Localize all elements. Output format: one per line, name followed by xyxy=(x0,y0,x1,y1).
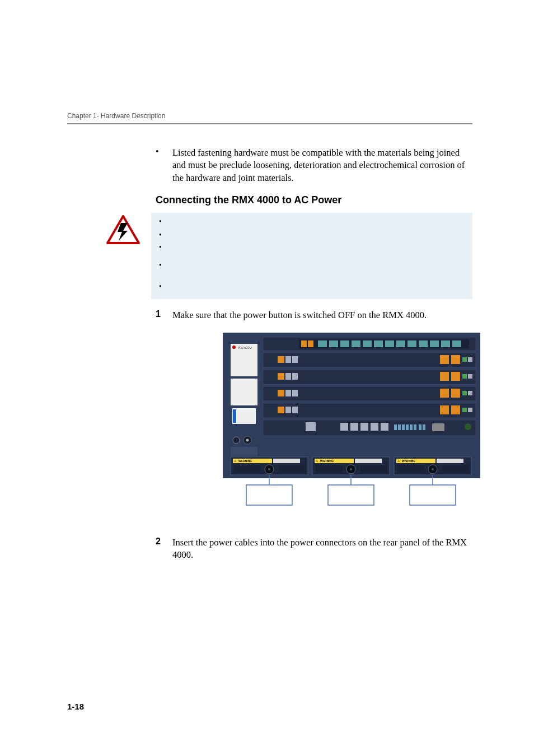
svg-rect-45 xyxy=(451,372,460,381)
svg-rect-59 xyxy=(451,405,460,414)
rmx-4000-rear-panel-figure: POLYCOM xyxy=(223,333,480,508)
svg-point-11 xyxy=(246,439,249,442)
svg-rect-53 xyxy=(462,391,467,395)
svg-rect-29 xyxy=(452,340,461,347)
svg-rect-94 xyxy=(316,465,343,473)
svg-rect-85 xyxy=(234,465,261,473)
step-text: Make sure that the power button is switc… xyxy=(172,309,472,321)
page-number: 1-18 xyxy=(67,702,84,711)
psu-callout-1 xyxy=(246,485,292,505)
svg-rect-65 xyxy=(350,423,358,431)
running-header: Chapter 1- Hardware Description xyxy=(67,112,472,120)
svg-rect-106 xyxy=(442,465,469,473)
svg-point-9 xyxy=(233,437,240,444)
svg-rect-6 xyxy=(231,379,257,405)
header-rule xyxy=(67,123,472,124)
svg-rect-57 xyxy=(292,407,298,413)
svg-rect-77 xyxy=(432,423,444,431)
svg-rect-35 xyxy=(285,356,291,363)
svg-point-96 xyxy=(350,468,352,470)
svg-rect-16 xyxy=(308,340,313,347)
warning-list: • • • • • xyxy=(151,213,472,299)
svg-rect-63 xyxy=(306,422,316,431)
svg-text:WARNING: WARNING xyxy=(402,459,415,463)
svg-rect-22 xyxy=(374,340,383,347)
svg-rect-28 xyxy=(441,340,450,347)
svg-text:WARNING: WARNING xyxy=(320,459,334,463)
svg-rect-38 xyxy=(451,355,460,364)
logo-text: POLYCOM xyxy=(238,346,252,349)
intro-bullet: • Listed fastening hardware must be comp… xyxy=(156,147,472,184)
svg-point-78 xyxy=(465,423,471,430)
warning-item: • xyxy=(159,282,465,292)
svg-rect-48 xyxy=(278,390,284,396)
svg-rect-70 xyxy=(398,424,401,430)
svg-rect-19 xyxy=(340,340,349,347)
psu-callout-2 xyxy=(328,485,374,505)
svg-rect-58 xyxy=(440,405,449,414)
svg-rect-39 xyxy=(462,357,467,362)
rtm-isdn-ports xyxy=(299,339,469,348)
svg-rect-76 xyxy=(423,424,425,430)
svg-rect-8 xyxy=(233,409,236,423)
svg-rect-88 xyxy=(279,465,306,473)
svg-rect-79 xyxy=(263,438,476,454)
svg-rect-46 xyxy=(462,374,467,379)
svg-rect-84 xyxy=(273,459,300,463)
svg-rect-17 xyxy=(318,340,327,347)
svg-rect-52 xyxy=(451,389,460,398)
warning-item: • xyxy=(159,243,465,259)
svg-rect-68 xyxy=(381,423,388,431)
svg-rect-71 xyxy=(402,424,405,430)
svg-rect-55 xyxy=(278,407,284,413)
warning-item: • xyxy=(159,261,465,280)
section-heading: Connecting the RMX 4000 to AC Power xyxy=(156,194,472,206)
svg-point-87 xyxy=(268,468,270,470)
bullet-dot-icon: • xyxy=(156,147,172,184)
step-text: Insert the power cables into the power c… xyxy=(172,536,472,562)
svg-rect-61 xyxy=(468,408,472,412)
svg-rect-72 xyxy=(406,424,409,430)
svg-rect-20 xyxy=(352,340,360,347)
svg-rect-43 xyxy=(292,373,298,380)
svg-rect-12 xyxy=(231,447,257,456)
svg-rect-93 xyxy=(355,459,382,463)
svg-rect-60 xyxy=(462,408,467,412)
svg-rect-36 xyxy=(292,356,298,363)
svg-rect-50 xyxy=(292,390,298,396)
step-2: 2 Insert the power cables into the power… xyxy=(156,536,472,562)
svg-rect-66 xyxy=(360,423,368,431)
svg-rect-64 xyxy=(340,423,348,431)
svg-rect-25 xyxy=(407,340,416,347)
svg-point-5 xyxy=(232,346,236,349)
psu-callout-3 xyxy=(410,485,456,505)
svg-rect-23 xyxy=(385,340,394,347)
svg-rect-27 xyxy=(430,340,439,347)
svg-rect-74 xyxy=(414,424,416,430)
power-supply-bays: ⚠ WARNING ⚠ WARNING xyxy=(231,457,471,475)
step-1: 1 Make sure that the power button is swi… xyxy=(156,309,472,321)
svg-rect-41 xyxy=(278,373,284,380)
svg-rect-49 xyxy=(285,390,291,396)
svg-rect-34 xyxy=(278,356,284,363)
svg-text:WARNING: WARNING xyxy=(238,459,252,463)
svg-rect-15 xyxy=(301,340,307,347)
svg-rect-47 xyxy=(468,374,472,379)
svg-rect-51 xyxy=(440,389,449,398)
svg-rect-103 xyxy=(397,465,424,473)
svg-rect-69 xyxy=(394,424,397,430)
svg-rect-73 xyxy=(410,424,413,430)
svg-rect-21 xyxy=(363,340,372,347)
svg-rect-67 xyxy=(371,423,378,431)
svg-rect-18 xyxy=(329,340,338,347)
svg-rect-102 xyxy=(437,459,463,463)
svg-rect-75 xyxy=(419,424,421,430)
electrical-hazard-icon xyxy=(106,215,140,246)
intro-bullet-text: Listed fastening hardware must be compat… xyxy=(172,147,472,184)
svg-rect-54 xyxy=(468,391,472,395)
warning-item: • xyxy=(159,217,465,227)
warning-block: • • • • • xyxy=(106,213,472,299)
step-number: 1 xyxy=(156,309,172,321)
svg-rect-24 xyxy=(396,340,405,347)
svg-rect-40 xyxy=(468,357,472,362)
